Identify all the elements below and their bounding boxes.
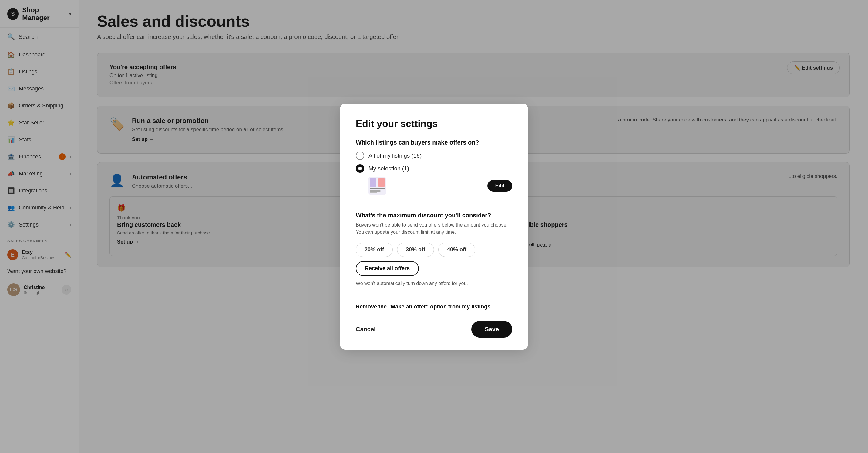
discount-note: We won't automatically turn down any off…: [356, 281, 512, 286]
modal-footer: Cancel Save: [356, 321, 512, 338]
save-button[interactable]: Save: [471, 321, 512, 338]
svg-rect-2: [378, 178, 385, 187]
modal-divider-1: [356, 203, 512, 203]
discount-receive-all-button[interactable]: Receive all offers: [356, 261, 419, 276]
svg-rect-1: [370, 178, 376, 187]
radio-my-selection-circle[interactable]: [356, 164, 364, 173]
radio-my-selection-label: My selection (1): [369, 165, 409, 172]
discount-20off-button[interactable]: 20% off: [356, 243, 393, 257]
svg-rect-5: [370, 192, 377, 193]
cancel-button[interactable]: Cancel: [356, 326, 376, 333]
discount-40off-button[interactable]: 40% off: [438, 243, 475, 257]
radio-all-listings-circle[interactable]: [356, 151, 364, 160]
remove-make-an-offer-option[interactable]: Remove the "Make an offer" option from m…: [356, 304, 512, 310]
listing-thumbnail: [369, 177, 386, 195]
modal-overlay: Edit your settings Which listings can bu…: [0, 0, 868, 453]
svg-rect-4: [370, 190, 381, 192]
selection-thumb-row: Edit: [369, 177, 512, 195]
discount-30off-button[interactable]: 30% off: [397, 243, 434, 257]
listings-section-title: Which listings can buyers make offers on…: [356, 139, 512, 146]
radio-option-all-listings[interactable]: All of my listings (16): [356, 151, 512, 160]
discount-section-desc: Buyers won't be able to send you offers …: [356, 221, 512, 236]
modal-divider-2: [356, 295, 512, 295]
modal-title: Edit your settings: [356, 118, 512, 129]
svg-rect-3: [370, 188, 385, 189]
discount-section-title: What's the maximum discount you'll consi…: [356, 212, 512, 219]
discount-options: 20% off 30% off 40% off Receive all offe…: [356, 243, 512, 276]
radio-all-listings-label: All of my listings (16): [369, 152, 422, 159]
radio-option-my-selection[interactable]: My selection (1): [356, 164, 512, 173]
edit-selection-button[interactable]: Edit: [487, 180, 512, 192]
edit-settings-modal: Edit your settings Which listings can bu…: [340, 104, 528, 350]
